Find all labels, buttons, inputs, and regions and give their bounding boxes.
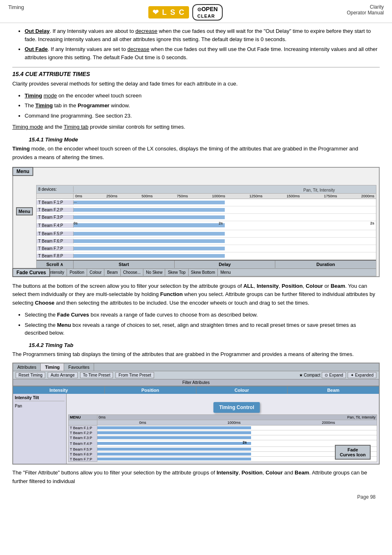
no-skew-btn[interactable]: No Skew: [143, 269, 165, 276]
filter-position[interactable]: Position: [105, 386, 196, 394]
mini-bar-fill-7: [97, 458, 251, 460]
ctrl-start[interactable]: Start: [74, 261, 175, 268]
timing-tab-ul: Timing tab: [64, 124, 88, 130]
bar-6: [74, 239, 225, 243]
menu-filter-btn[interactable]: Menu: [218, 269, 233, 276]
device-bar-7: [74, 245, 376, 252]
mini-bar-fill-3: [97, 436, 251, 439]
mini-2000ms: 2000ms: [322, 421, 335, 425]
device-row-5: T Beam F.5:P: [37, 230, 376, 238]
compact-label: ★ Compact: [299, 373, 321, 377]
mini-ticks: 0ms Pan, Tit, Intensity: [97, 415, 377, 420]
filter-intensity[interactable]: Intensity: [13, 386, 105, 394]
colour-btn[interactable]: Colour: [87, 269, 104, 276]
timing-diagram-wrapper: Menu 8 devices: Pan, Tit, Intensity 0ms …: [12, 167, 380, 277]
bullet-timing-tab: The Timing tab in the Programmer window.: [25, 102, 380, 110]
reset-timing-btn[interactable]: Reset Timing: [16, 372, 45, 378]
fade-curves-icon-wrapper: FadeCurves Icon: [335, 445, 371, 460]
page-num-label: Page 98: [357, 494, 376, 500]
auto-arrange-btn[interactable]: Auto Arrange: [48, 372, 77, 378]
manual-label: Operator Manual: [347, 10, 384, 16]
device-bar-8: [74, 252, 376, 259]
position-btn[interactable]: Position: [67, 269, 87, 276]
tick-1250ms: 1250ms: [249, 194, 263, 198]
pan-label: Pan: [15, 404, 65, 408]
menu-box-label[interactable]: Menu: [12, 167, 33, 176]
expand-btn[interactable]: ⊙ Expand: [322, 372, 346, 378]
ctrl-duration[interactable]: Duration: [275, 261, 376, 268]
section-154-label: 15.4 CUE ATTRIBUTE TIMES: [12, 71, 90, 77]
tick-values: 0ms 250ms 500ms 750ms 1000ms 1250ms 1500…: [74, 194, 376, 199]
timing-mode-desc: Timing mode, on the encoder wheel touch …: [12, 145, 380, 162]
scroll-btn[interactable]: Scroll ∧: [37, 261, 74, 268]
mini-bar-area-2: [97, 430, 377, 435]
beam-btn[interactable]: Beam: [104, 269, 120, 276]
mini-bar-fill-4: [97, 442, 251, 445]
device-name-4: T Beam F.4:P: [37, 223, 74, 228]
marker-0s-1: —: [74, 200, 77, 204]
skew-top-btn[interactable]: Skew Top: [165, 269, 188, 276]
filter-cols-row: Intensity Position Colour Beam: [13, 386, 379, 394]
fade-curves-box-label[interactable]: Fade Curves: [12, 268, 50, 277]
mini-bar-fill-6: [97, 453, 251, 456]
mini-header: MENU 0ms Pan, Tit, Intensity: [69, 415, 377, 420]
expanded-btn[interactable]: ✦ Expanded: [348, 372, 376, 378]
tab-toolbar: Reset Timing Auto Arrange To Time Preset…: [13, 371, 379, 379]
tab-favourites[interactable]: Favourites: [64, 363, 94, 371]
decrease-2: decrease: [127, 46, 149, 52]
mini-dev-4: T Beam F.4:P: [69, 442, 97, 446]
mini-0ms: 0ms: [139, 421, 146, 425]
mini-bar-area-1: [97, 426, 377, 430]
mini-dev-7: T Beam F.7:P: [69, 457, 97, 461]
tab-attributes[interactable]: Attributes: [13, 363, 41, 371]
out-fade-term: Out Fade: [25, 46, 48, 52]
device-bar-3: [74, 214, 376, 221]
device-row-3: T Beam F.3:P: [37, 214, 376, 221]
ctrl-delay[interactable]: Delay: [175, 261, 276, 268]
mini-row-3: T Beam F.3:P: [69, 435, 377, 440]
mini-2s-marker: 2s: [243, 440, 247, 444]
skew-bottom-btn[interactable]: Skew Bottom: [189, 269, 218, 276]
programmer-bold: Programmer: [78, 102, 109, 109]
device-bar-2: [74, 206, 376, 213]
device-row-2: T Beam F.2:P: [37, 206, 376, 214]
time-ticks-row: 0ms 250ms 500ms 750ms 1000ms 1250ms 1500…: [37, 194, 376, 199]
sub-1542-label: 15.4.2 Timing Tab: [29, 342, 73, 348]
section-154-heading: 15.4 CUE ATTRIBUTE TIMES: [12, 67, 380, 77]
sub-1541-heading: 15.4.1 Timing Mode: [29, 136, 380, 143]
bar-3: [74, 215, 225, 219]
tick-250ms: 250ms: [106, 194, 118, 198]
timing-control-callout: Timing Control: [213, 402, 260, 413]
pan-tit-label: Pan, Tit, Intensity: [74, 188, 376, 192]
diagram-inner: 8 devices: Pan, Tit, Intensity 0ms 250ms…: [36, 185, 376, 276]
device-bar-6: [74, 238, 376, 245]
device-name-5: T Beam F.5:P: [37, 231, 74, 236]
left-panel: Intensity Tilt Pan: [13, 394, 67, 464]
open-clear-logo: ⊙OPENCLEAR: [192, 4, 223, 21]
filter-colour[interactable]: Colour: [196, 386, 288, 394]
device-bar-5: [74, 230, 376, 237]
bullet-command-line: Command line programming. See section 23…: [25, 112, 380, 120]
bar-7: [74, 247, 225, 250]
bullet-out-delay: Out Delay. If any Intensity values are a…: [25, 27, 380, 43]
tick-750ms: 750ms: [177, 194, 188, 198]
tick-empty: [37, 194, 74, 199]
device-name-1: T Beam F.1:P: [37, 200, 74, 205]
section-154-text: Clarity provides several methods for set…: [12, 80, 380, 88]
mini-bar-area-3: [97, 435, 377, 440]
choose-btn[interactable]: Choose...: [121, 269, 144, 276]
mini-bar-fill-1: [97, 426, 251, 429]
menu-side-label[interactable]: Menu: [16, 207, 33, 215]
bar-4: [74, 223, 225, 227]
filter-beam[interactable]: Beam: [288, 386, 379, 394]
to-time-preset-btn[interactable]: To Time Preset: [80, 372, 113, 378]
mini-tick-values: 0ms 1000ms 2000ms: [97, 420, 377, 425]
bullet-menu-box: Selecting the Menu box reveals a range o…: [25, 321, 380, 337]
mini-row-1: T Beam F.1:P: [69, 426, 377, 430]
final-text: The "Filter Attribute" buttons allow you…: [12, 469, 380, 486]
tab-timing[interactable]: Timing: [41, 363, 64, 371]
decrease-1: decrease: [136, 28, 157, 34]
sub-1541-label: 15.4.1 Timing Mode: [29, 136, 78, 143]
from-time-preset-btn[interactable]: From Time Preset: [115, 372, 154, 378]
fade-curves-icon[interactable]: FadeCurves Icon: [335, 445, 371, 460]
